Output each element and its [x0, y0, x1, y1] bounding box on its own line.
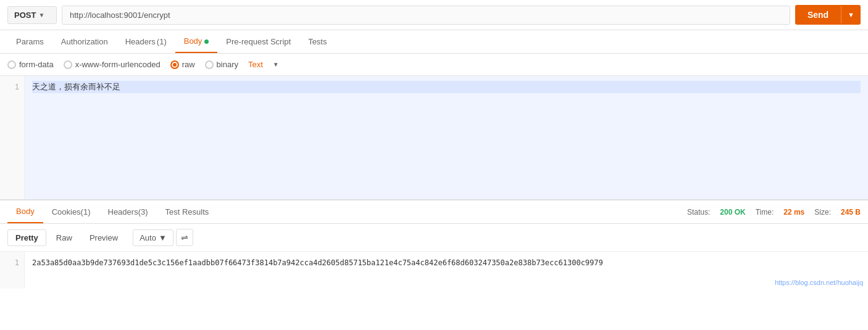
resp-content[interactable]: 2a53a85d0aa3b9de737693d1de5c3c156ef1aadb… — [25, 252, 868, 289]
resp-tab-headers[interactable]: Headers(3) — [99, 201, 157, 223]
radio-raw — [170, 60, 179, 69]
wrap-icon[interactable]: ⇌ — [176, 229, 193, 246]
editor-content[interactable]: 天之道，损有余而补不足 — [25, 76, 868, 199]
option-urlencoded[interactable]: x-www-form-urlencoded — [64, 60, 161, 69]
pretty-button[interactable]: Pretty — [7, 229, 46, 246]
tab-authorization[interactable]: Authorization — [52, 31, 117, 52]
line-number-1: 1 — [0, 81, 24, 93]
send-label: Send — [795, 5, 841, 25]
body-active-dot — [204, 39, 209, 44]
resp-line-number-1: 1 — [0, 257, 24, 269]
tab-params[interactable]: Params — [7, 31, 52, 52]
tab-body[interactable]: Body — [175, 30, 218, 53]
resp-line-1: 2a53a85d0aa3b9de737693d1de5c3c156ef1aadb… — [32, 258, 603, 267]
radio-form-data — [7, 60, 16, 69]
send-button[interactable]: Send ▼ — [795, 5, 861, 25]
resp-line-numbers: 1 — [0, 252, 25, 289]
method-select[interactable]: POST ▼ — [7, 6, 57, 24]
response-wrapper: 1 2a53a85d0aa3b9de737693d1de5c3c156ef1aa… — [0, 252, 868, 289]
tab-pre-request[interactable]: Pre-request Script — [217, 31, 299, 52]
preview-button[interactable]: Preview — [82, 230, 125, 245]
request-tabs: Params Authorization Headers(1) Body Pre… — [0, 30, 868, 54]
watermark: https://blog.csdn.net/huohaijq — [775, 279, 863, 286]
text-format-label[interactable]: Text — [248, 60, 263, 69]
raw-button[interactable]: Raw — [49, 230, 80, 245]
resp-tab-cookies[interactable]: Cookies(1) — [43, 201, 99, 223]
response-tabs-bar: Body Cookies(1) Headers(3) Test Results … — [0, 200, 868, 224]
url-input[interactable] — [62, 6, 790, 25]
response-section: Body Cookies(1) Headers(3) Test Results … — [0, 200, 868, 289]
url-bar: POST ▼ Send ▼ — [0, 0, 868, 30]
option-form-data[interactable]: form-data — [7, 60, 54, 69]
resp-tab-test-results[interactable]: Test Results — [157, 201, 218, 223]
method-chevron-icon: ▼ — [38, 12, 44, 19]
resp-tab-body[interactable]: Body — [7, 200, 43, 223]
status-label: Status: — [687, 208, 710, 217]
time-label: Time: — [756, 208, 774, 217]
editor-line-numbers: 1 — [0, 76, 25, 199]
body-options: form-data x-www-form-urlencoded raw bina… — [0, 54, 868, 76]
tab-tests[interactable]: Tests — [299, 31, 335, 52]
editor-line-1: 天之道，损有余而补不足 — [32, 81, 861, 93]
response-status-bar: Status: 200 OK Time: 22 ms Size: 245 B — [687, 203, 861, 221]
time-value: 22 ms — [783, 208, 804, 217]
method-label: POST — [14, 10, 36, 20]
format-dropdown[interactable]: Auto ▼ — [133, 229, 173, 246]
option-raw[interactable]: raw — [170, 60, 195, 69]
radio-binary — [205, 60, 214, 69]
send-dropdown-icon[interactable]: ▼ — [841, 6, 861, 23]
text-format-dropdown-icon[interactable]: ▼ — [273, 61, 279, 68]
size-value: 245 B — [841, 208, 861, 217]
response-toolbar: Pretty Raw Preview Auto ▼ ⇌ — [0, 224, 868, 252]
format-dropdown-icon: ▼ — [159, 233, 167, 242]
status-value: 200 OK — [720, 208, 745, 217]
editor-area: 1 天之道，损有余而补不足 — [0, 76, 868, 200]
size-label: Size: — [814, 208, 831, 217]
tab-headers[interactable]: Headers(1) — [117, 31, 175, 52]
response-output: 1 2a53a85d0aa3b9de737693d1de5c3c156ef1aa… — [0, 252, 868, 289]
radio-urlencoded — [64, 60, 72, 69]
option-binary[interactable]: binary — [205, 60, 238, 69]
